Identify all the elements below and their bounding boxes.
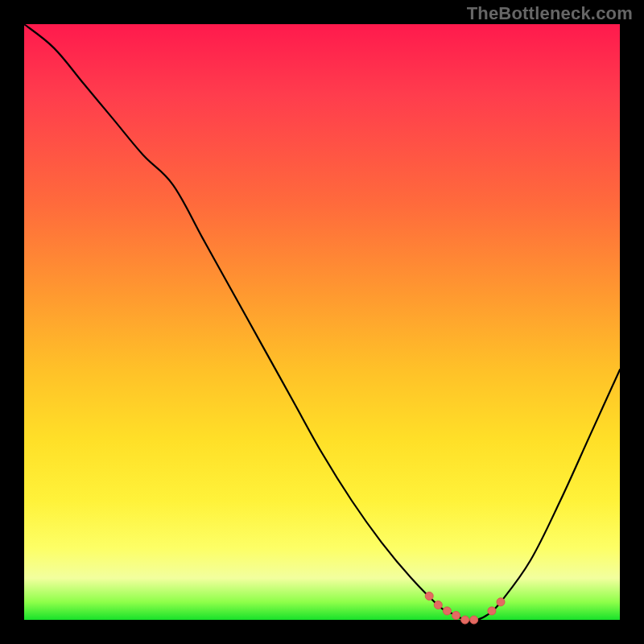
gradient-plot-area [24, 24, 620, 620]
valley-marker [497, 598, 505, 606]
chart-stage: TheBottleneck.com [0, 0, 644, 644]
valley-marker [425, 592, 433, 600]
valley-marker [434, 601, 442, 609]
curve-layer [24, 24, 620, 620]
bottleneck-curve [24, 24, 620, 621]
valley-marker [461, 616, 469, 624]
watermark-text: TheBottleneck.com [467, 3, 633, 24]
valley-marker [470, 616, 478, 624]
valley-marker [488, 607, 496, 615]
valley-marker [452, 612, 460, 620]
valley-marker [443, 607, 451, 615]
valley-markers [425, 592, 505, 624]
